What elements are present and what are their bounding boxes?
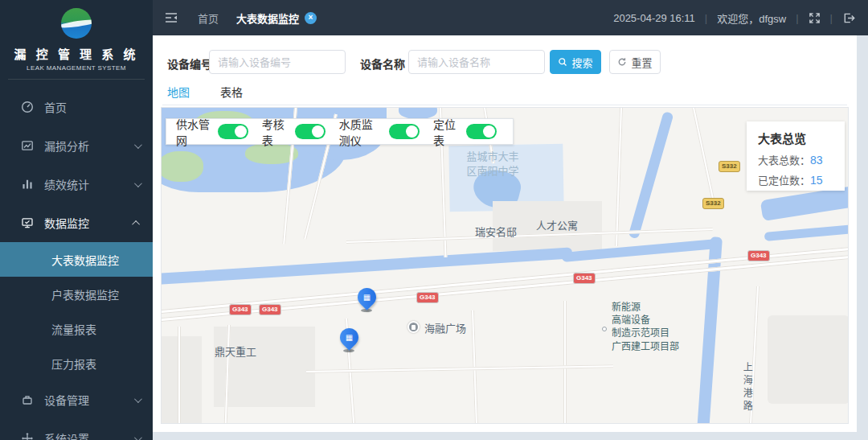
tab-home[interactable]: 首页 [198, 10, 219, 26]
overview-row-located: 已定位数：15 [758, 172, 845, 187]
sidebar-subitem-household-meter-monitoring[interactable]: 户表数据监控 [0, 277, 153, 311]
sidebar-item-label: 漏损分析 [44, 138, 134, 154]
device-name-label: 设备名称 [360, 56, 405, 72]
separator: | [705, 12, 707, 24]
app-subtitle: LEAK MANAGEMENT SYSTEM [0, 64, 153, 72]
map-water [399, 107, 437, 119]
road-badge: G343 [229, 304, 252, 315]
overview-row-label: 大表总数： [758, 154, 810, 167]
sidebar-subitem-label: 流量报表 [51, 321, 96, 337]
map-canvas[interactable]: G343 G343 G343 G343 G343 S332 S332 盐城市大丰… [161, 107, 849, 424]
map-label-hairong-plaza: 海融广场 [424, 322, 466, 336]
tab-close-icon[interactable]: × [305, 12, 317, 24]
map-road [306, 364, 613, 373]
toggle-positioning-meter[interactable] [466, 124, 497, 139]
overview-row-label: 已定位数： [758, 175, 810, 187]
map-label-school: 盐城市大丰 区南阳中学 [456, 150, 530, 178]
toggle-label-positioning-meter: 定位表 [433, 116, 459, 148]
chevron-down-icon [134, 434, 142, 440]
sidebar-subitem-label: 大表数据监控 [51, 252, 119, 268]
monitor-icon [21, 216, 34, 229]
chart-frame-icon [21, 139, 34, 152]
sidebar-subitem-label: 压力报表 [51, 356, 96, 372]
sidebar-item-data-monitoring[interactable]: 数据监控 [0, 204, 153, 242]
toggle-label-pipe-network: 供水管网 [176, 116, 211, 148]
overview-row-value: 83 [810, 154, 823, 167]
map-pin-device[interactable]: ▦ [354, 284, 380, 310]
overview-panel: 大表总览 大表总数：83 已定位数：15 [747, 121, 845, 191]
poi-project-dot [602, 327, 607, 331]
sidebar-subitem-label: 户表数据监控 [51, 286, 119, 302]
map-river [628, 111, 674, 239]
app-title: 漏 控 管 理 系 统 [0, 45, 153, 62]
map-label-ruian: 瑞安名邸 [475, 225, 517, 240]
sidebar-collapse-icon[interactable] [164, 11, 178, 24]
overview-row-total: 大表总数：83 [758, 152, 845, 167]
road-badge: G343 [259, 304, 281, 315]
road-badge: G343 [416, 292, 439, 303]
search-icon [558, 57, 567, 67]
overview-row-value: 15 [810, 174, 823, 187]
sidebar-item-performance-stats[interactable]: 绩效统计 [0, 165, 153, 204]
search-button[interactable]: 搜索 [550, 50, 601, 74]
map-road [178, 327, 181, 424]
map-label-talent-apartment: 人才公寓 [536, 219, 578, 233]
map-pin-device[interactable]: ▦ [336, 324, 362, 351]
toggle-label-assessment-meter: 考核表 [262, 116, 288, 148]
toggle-water-quality[interactable] [389, 124, 420, 139]
tab-large-meter-monitoring[interactable]: 大表数据监控 × [236, 10, 317, 26]
sidebar: 漏 控 管 理 系 统 LEAK MANAGEMENT SYSTEM 首页 漏损… [0, 0, 153, 440]
search-button-label: 搜索 [571, 55, 592, 70]
separator: | [830, 12, 833, 24]
poi-plaza-icon [407, 321, 420, 333]
move-cross-icon [21, 432, 34, 440]
toggle-label-water-quality: 水质监测仪 [339, 116, 382, 148]
road-badge: G343 [747, 250, 770, 261]
layer-toggle-bar: 供水管网 考核表 水质监测仪 定位表 [166, 118, 514, 145]
road-badge: S332 [702, 198, 724, 209]
map-river [764, 224, 849, 241]
chevron-down-icon [134, 395, 142, 403]
device-name-input[interactable] [408, 50, 545, 74]
sidebar-item-leak-analysis[interactable]: 漏损分析 [0, 126, 153, 165]
sidebar-item-label: 设备管理 [44, 392, 134, 408]
topbar: 首页 大表数据监控 × 2025-04-29 16:11 | 欢迎您，dfgsw… [153, 0, 868, 35]
sidebar-item-label: 绩效统计 [44, 176, 134, 192]
fullscreen-icon[interactable] [809, 12, 821, 24]
sidebar-item-device-management[interactable]: 设备管理 [0, 380, 153, 419]
chevron-down-icon [134, 179, 142, 187]
map-block [768, 315, 849, 404]
sidebar-item-home[interactable]: 首页 [0, 88, 153, 126]
overview-title: 大表总览 [758, 130, 845, 146]
map-label-new-energy-project: 新能源 高端设备 制造示范项目 广西建工项目部 [612, 301, 679, 353]
map-label-shanghai-gang-road: 上海港路 [740, 362, 753, 413]
sidebar-item-label: 数据监控 [44, 215, 134, 231]
app-logo [61, 8, 92, 39]
sidebar-subitem-flow-report[interactable]: 流量报表 [0, 311, 153, 346]
welcome-text: 欢迎您，dfgsw [717, 10, 786, 26]
toggle-assessment-meter[interactable] [295, 124, 326, 139]
reset-button-label: 重置 [631, 55, 652, 70]
sidebar-item-system-settings[interactable]: 系统设置 [0, 419, 153, 440]
map-block [161, 336, 202, 424]
sidebar-menu: 首页 漏损分析 绩效统计 数据监控 大表数据监控 户表数据监控 流量报表 压力报… [0, 80, 153, 440]
device-no-label: 设备编号 [167, 56, 212, 72]
sidebar-item-label: 系统设置 [44, 430, 134, 440]
map-label-dingtian: 鼎天重工 [215, 345, 256, 360]
sidebar-subitem-pressure-report[interactable]: 压力报表 [0, 346, 153, 380]
map-road [692, 108, 715, 203]
meter-glyph: ▦ [358, 288, 376, 306]
gauge-icon [21, 101, 34, 113]
logout-icon[interactable] [842, 12, 855, 24]
sidebar-subitem-large-meter-monitoring[interactable]: 大表数据监控 [0, 242, 153, 277]
map-road [563, 301, 567, 424]
separator: | [796, 12, 798, 24]
map-park [161, 151, 203, 182]
map-road [615, 108, 623, 246]
device-no-input[interactable] [209, 50, 346, 74]
refresh-icon [617, 57, 627, 67]
toggle-pipe-network[interactable] [218, 124, 248, 139]
reset-button[interactable]: 重置 [609, 50, 661, 74]
chevron-down-icon [134, 141, 142, 149]
map-river [760, 186, 849, 221]
